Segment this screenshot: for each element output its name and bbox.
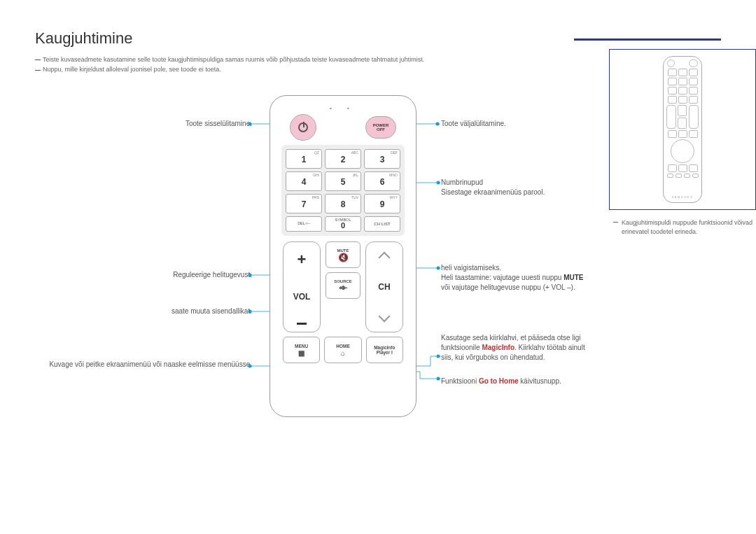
minus-icon bbox=[297, 323, 307, 325]
power-off-button[interactable]: POWER OFF bbox=[365, 116, 396, 139]
svg-point-27 bbox=[437, 354, 440, 358]
callout-home: Funktsiooni Go to Home käivitusnupp. bbox=[441, 377, 651, 386]
volume-rocker[interactable]: + VOL bbox=[283, 241, 321, 332]
home-button[interactable]: HOME ⌂ bbox=[324, 337, 361, 363]
num-5-button[interactable]: JKL5 bbox=[325, 171, 361, 191]
svg-point-32 bbox=[437, 377, 440, 380]
num-4-button[interactable]: GHI4 bbox=[286, 171, 322, 191]
num-7-button[interactable]: PRS7 bbox=[286, 194, 322, 213]
thumbnail-frame: SAMSUNG bbox=[609, 49, 756, 210]
callout-menu: Kuvage või peitke ekraanimenüü või naask… bbox=[35, 360, 252, 370]
num-6-button[interactable]: MNO6 bbox=[364, 171, 400, 191]
numpad: .QZ1ABC2DEF3GHI4JKL5MNO6PRS7TUV8WXY9 DEL… bbox=[281, 145, 405, 236]
remote-diagram: • • POWER OFF .QZ1ABC2DEF3GHI4JKL5MNO6PR… bbox=[270, 95, 416, 431]
power-icon bbox=[298, 122, 308, 132]
channel-rocker[interactable]: CH bbox=[365, 241, 403, 332]
page: Kaugjuhtimine Teiste kuvaseadmete kasuta… bbox=[0, 0, 756, 534]
menu-icon: ▦ bbox=[298, 349, 304, 357]
menu-button[interactable]: MENU ▦ bbox=[283, 337, 320, 363]
callout-source: saate muuta sisendallikat. bbox=[35, 307, 252, 316]
home-icon: ⌂ bbox=[341, 349, 345, 357]
chevron-down-icon bbox=[379, 311, 390, 322]
source-icon: ⬲ bbox=[339, 284, 347, 293]
mini-remote-body: SAMSUNG bbox=[663, 56, 702, 203]
svg-point-19 bbox=[437, 181, 440, 184]
ir-dots-icon: • • bbox=[277, 104, 409, 112]
mute-icon: 🔇 bbox=[338, 253, 349, 262]
num-1-button[interactable]: .QZ1 bbox=[286, 149, 322, 169]
callout-magicinfo: Kasutage seda kiirklahvi, et pääseda ots… bbox=[441, 333, 665, 363]
num-8-button[interactable]: TUV8 bbox=[325, 194, 361, 213]
del-button[interactable]: DEL-/-- bbox=[286, 216, 322, 232]
source-button[interactable]: SOURCE ⬲ bbox=[326, 272, 360, 299]
plus-icon: + bbox=[298, 249, 307, 271]
num-3-button[interactable]: DEF3 bbox=[364, 149, 400, 169]
symbol-0-button[interactable]: SYMBOL0 bbox=[325, 216, 361, 232]
callout-volume: Reguleerige helitugevust. bbox=[35, 270, 252, 280]
chevron-up-icon bbox=[379, 252, 390, 263]
mute-button[interactable]: MUTE 🔇 bbox=[326, 241, 360, 268]
header-divider bbox=[574, 38, 721, 41]
sidebar-note: Kaugjuhtimispuldi nuppude funktsioonid v… bbox=[609, 218, 756, 236]
num-9-button[interactable]: WXY9 bbox=[364, 194, 400, 213]
remote-body: • • POWER OFF .QZ1ABC2DEF3GHI4JKL5MNO6PR… bbox=[270, 95, 416, 417]
magicinfo-button[interactable]: MagicInfo Player I bbox=[366, 337, 403, 363]
svg-point-22 bbox=[437, 266, 440, 269]
callout-mute: heli vaigistamiseks. Heli taastamine: va… bbox=[441, 263, 651, 293]
num-2-button[interactable]: ABC2 bbox=[325, 149, 361, 169]
callout-power-on: Toote sisselülitamine. bbox=[35, 119, 252, 129]
chlist-button[interactable]: CH LIST bbox=[364, 216, 400, 232]
sidebar-thumbnail: SAMSUNG Kaugjuhtimispuldi nuppude funkts… bbox=[609, 49, 756, 255]
svg-point-16 bbox=[436, 122, 440, 125]
power-on-button[interactable] bbox=[290, 114, 316, 141]
